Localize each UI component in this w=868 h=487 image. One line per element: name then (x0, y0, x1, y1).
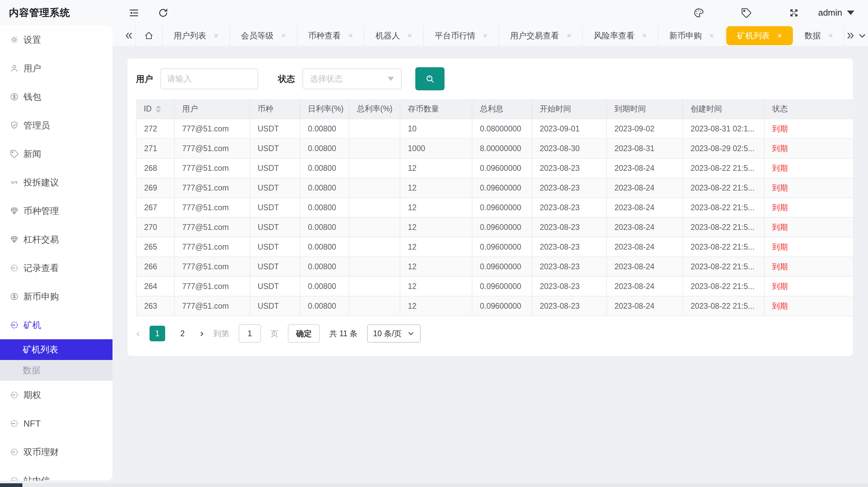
refresh-icon[interactable] (157, 7, 169, 19)
sidebar-item[interactable]: 新币申购 (0, 282, 112, 311)
table-cell: 0.09600000 (472, 276, 532, 296)
sidebar-item[interactable]: 币种管理 (0, 197, 112, 225)
sidebar-item-label: 设置 (23, 34, 41, 46)
pagination-goto-input[interactable] (239, 324, 261, 343)
table-cell (349, 237, 400, 257)
column-label: 用户 (182, 104, 198, 114)
tab-item[interactable]: 机器人× (365, 25, 424, 46)
pagination-total-label: 共 11 条 (329, 328, 358, 339)
table-cell: 777@51.com (174, 296, 250, 316)
sidebar-item-label: 用户 (23, 62, 41, 74)
table-cell: 269 (136, 178, 174, 198)
tabs-scroll-left-button[interactable] (122, 25, 136, 46)
sidebar-item[interactable]: 设置 (0, 25, 112, 54)
sort-desc-icon[interactable] (156, 110, 161, 113)
tabs-scroll-right-button[interactable] (845, 25, 856, 46)
sidebar-item-label: 币种管理 (23, 205, 59, 217)
per-page-select[interactable]: 10 条/页 (367, 324, 421, 343)
pagination-confirm-button[interactable]: 确定 (288, 324, 320, 343)
sidebar-item[interactable]: 杠杆交易 (0, 225, 112, 254)
sidebar-item[interactable]: 用户 (0, 54, 112, 83)
sidebar-subitem[interactable]: 矿机列表 (0, 339, 112, 360)
tab-label: 用户交易查看 (510, 30, 559, 41)
double-chevron-right-icon (845, 31, 855, 41)
sidebar-item[interactable]: 钱包 (0, 83, 112, 111)
table-row: 268777@51.comUSDT0.00800120.096000002023… (136, 158, 853, 178)
table-cell: 2023-08-30 (532, 139, 607, 158)
tab-item[interactable]: 用户交易查看× (499, 25, 583, 46)
tab-item[interactable]: 新币申购× (658, 25, 726, 46)
tab-label: 风险率查看 (594, 30, 635, 41)
table-cell: USDT (250, 178, 300, 198)
sidebar-item[interactable]: NFT (0, 409, 112, 438)
navbar: 内容管理系统 admin (0, 0, 868, 25)
double-chevron-left-icon (124, 31, 134, 41)
tabs-menu-button[interactable] (856, 25, 868, 46)
sort-carets-icon[interactable] (156, 105, 161, 113)
table-cell: 777@51.com (174, 257, 250, 276)
tab-close-icon[interactable]: × (567, 32, 571, 40)
pagination-goto-label: 到第 (213, 328, 229, 339)
table-cell (349, 119, 400, 139)
sidebar-item[interactable]: 投拆建议 (0, 168, 112, 197)
tab-item[interactable]: 数据× (794, 25, 845, 46)
horizontal-scrollbar-thumb[interactable] (0, 483, 22, 487)
table-cell: USDT (250, 296, 300, 316)
sort-asc-icon[interactable] (156, 105, 161, 108)
fullscreen-icon[interactable] (788, 7, 800, 19)
sidebar-item-label: 双币理财 (23, 446, 59, 458)
sidebar-subitem[interactable]: 数据 (0, 360, 112, 381)
user-filter-input[interactable] (160, 68, 258, 89)
table-cell (349, 158, 400, 178)
pagination-prev-button[interactable]: ‹ (136, 328, 140, 339)
sidebar-item[interactable]: 记录查看 (0, 254, 112, 282)
table-cell: 12 (400, 198, 472, 217)
search-button[interactable] (415, 67, 445, 90)
tab-close-icon[interactable]: × (642, 32, 647, 40)
compass-icon (10, 390, 19, 400)
table-row: 269777@51.comUSDT0.00800120.096000002023… (136, 178, 853, 198)
home-tab-button[interactable] (136, 25, 163, 46)
table-cell: 12 (400, 178, 472, 198)
sidebar-item[interactable]: 管理员 (0, 111, 112, 140)
tab-item[interactable]: 平台币行情× (424, 25, 499, 46)
link-icon (10, 178, 19, 187)
tab-item[interactable]: 币种查看× (297, 25, 365, 46)
table-cell: 1000 (400, 139, 472, 158)
shield-icon (10, 121, 19, 130)
sidebar-item[interactable]: 站内信 (0, 466, 112, 481)
pagination-page-button[interactable]: 2 (175, 326, 190, 341)
tab-close-icon[interactable]: × (281, 32, 286, 40)
tag-icon[interactable] (741, 7, 752, 19)
sidebar-item[interactable]: 矿机 (0, 311, 112, 339)
user-name: admin (818, 7, 842, 18)
tab-close-icon[interactable]: × (407, 32, 412, 40)
palette-icon[interactable] (693, 7, 705, 19)
sidebar-item-label: 新闻 (23, 148, 41, 160)
tab-item[interactable]: 矿机列表× (726, 26, 793, 45)
tab-label: 用户列表 (174, 30, 206, 41)
pagination-page-button[interactable]: 1 (150, 326, 165, 341)
table-cell: 0.00800 (300, 257, 349, 276)
tab-close-icon[interactable]: × (709, 32, 714, 40)
user-menu[interactable]: admin (818, 7, 854, 18)
tab-close-icon[interactable]: × (348, 32, 353, 40)
tab-item[interactable]: 风险率查看× (583, 25, 658, 46)
sidebar-item[interactable]: 双币理财 (0, 438, 112, 466)
sidebar-item[interactable]: 新闻 (0, 140, 112, 168)
table-cell: 12 (400, 217, 472, 237)
tab-item[interactable]: 会员等级× (230, 25, 297, 46)
table-cell: 266 (136, 257, 174, 276)
tab-close-icon[interactable]: × (483, 32, 488, 40)
sidebar-item-label: 杠杆交易 (23, 234, 59, 246)
tab-item[interactable]: 用户列表× (163, 25, 230, 46)
tab-close-icon[interactable]: × (777, 32, 782, 40)
pagination-next-button[interactable]: › (200, 328, 204, 339)
sidebar-item[interactable]: 期权 (0, 381, 112, 409)
tab-close-icon[interactable]: × (828, 32, 833, 40)
tab-close-icon[interactable]: × (214, 32, 219, 40)
table-header-cell[interactable]: ID (136, 99, 174, 119)
menu-fold-icon[interactable] (128, 7, 140, 19)
status-filter-select[interactable]: 选择状态 (302, 68, 402, 89)
table-cell: 272 (136, 119, 174, 139)
